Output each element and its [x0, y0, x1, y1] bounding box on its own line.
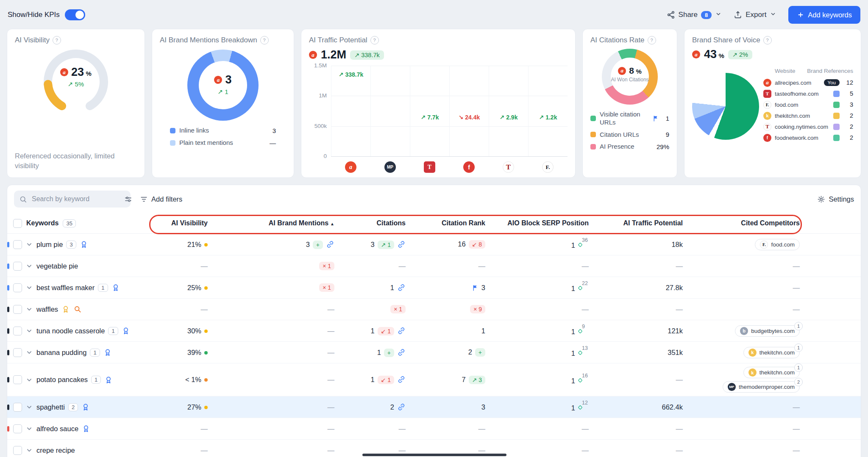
column-header[interactable]: AIO Block SERP Position [490, 219, 593, 227]
add-keywords-button[interactable]: Add keywords [788, 6, 860, 24]
expand-chevron-icon[interactable] [25, 349, 33, 356]
medal-icon [80, 240, 88, 249]
cell-value: 1 [571, 285, 575, 292]
row-checkbox[interactable] [13, 403, 22, 412]
help-icon[interactable]: ? [648, 36, 656, 44]
link-icon[interactable] [326, 240, 334, 249]
cell-value: 30% [187, 327, 201, 335]
cited-competitors-cell: F.food.com [687, 235, 804, 254]
help-icon[interactable]: ? [53, 36, 61, 44]
competitors-cell: — [687, 262, 804, 270]
table-row[interactable]: banana pudding 1 39%—1+2+113351kkthekitc… [7, 342, 861, 363]
expand-chevron-icon[interactable] [25, 284, 33, 291]
sov-site: tasteofhome.com [775, 91, 830, 97]
keyword-name[interactable]: crepe recipe [36, 446, 75, 454]
expand-chevron-icon[interactable] [25, 403, 33, 411]
sliders-icon[interactable] [124, 195, 132, 203]
y-tick-label: 500k [314, 123, 327, 129]
link-icon[interactable] [397, 240, 406, 249]
table-row[interactable]: best waffles maker 1 25%× 11312227.8k— [7, 277, 861, 299]
share-menu[interactable]: Share 8 [667, 11, 722, 19]
keyword-name[interactable]: potato pancakes [36, 376, 88, 384]
competitor-chip[interactable]: kthekitchn.com1 [743, 347, 800, 358]
mentions-cell: — [212, 403, 339, 411]
add-filters-button[interactable]: Add filters [140, 195, 182, 203]
help-icon[interactable]: ? [763, 36, 772, 44]
select-all-checkbox[interactable] [13, 219, 22, 228]
competitor-chip[interactable]: bbudgetbytes.com1 [735, 325, 800, 337]
legend-value: 29% [657, 143, 669, 150]
horizontal-scrollbar-thumb[interactable] [362, 454, 506, 456]
link-icon[interactable] [397, 327, 406, 335]
sov-row: F. food.com 3 [763, 99, 853, 110]
column-header[interactable]: Citation Rank [410, 219, 490, 227]
competitor-chip[interactable]: MPthemodernproper.com2 [723, 381, 800, 393]
keyword-name[interactable]: tuna noodle casserole [36, 327, 105, 335]
keyword-name[interactable]: spaghetti [36, 403, 65, 411]
row-checkbox[interactable] [13, 262, 22, 271]
expand-chevron-icon[interactable] [25, 241, 33, 248]
row-checkbox[interactable] [13, 283, 22, 292]
export-menu[interactable]: Export [734, 11, 776, 19]
cell-value: 7 [462, 376, 465, 383]
rank-cell: 16↙ 8 [410, 240, 490, 249]
row-checkbox[interactable] [13, 424, 22, 433]
help-icon[interactable]: ? [260, 36, 269, 44]
traffic-cell: — [593, 425, 687, 433]
sov-site: foodnetwork.com [775, 135, 830, 141]
sov-color-chip [833, 124, 840, 130]
expand-chevron-icon[interactable] [25, 425, 33, 432]
keyword-name[interactable]: banana pudding [36, 349, 86, 357]
table-row[interactable]: alfredo sauce ——————— [7, 418, 861, 440]
expand-chevron-icon[interactable] [25, 305, 33, 313]
legend-label: Inline links [179, 127, 269, 135]
keyword-name[interactable]: alfredo sauce [36, 425, 78, 433]
status-dot [204, 351, 208, 355]
expand-chevron-icon[interactable] [25, 327, 33, 335]
mentions-value: 3 [225, 73, 231, 86]
traffic-chart-group: 338.7k [331, 66, 370, 156]
competitor-chip[interactable]: kthekitchn.com1 [743, 367, 800, 378]
expand-chevron-icon[interactable] [25, 446, 33, 454]
keyword-name[interactable]: waffles [36, 305, 58, 313]
expand-chevron-icon[interactable] [25, 262, 33, 270]
medal-icon [61, 305, 70, 313]
link-icon[interactable] [397, 403, 406, 411]
medal-icon [103, 348, 112, 357]
table-row[interactable]: potato pancakes 1 < 1%—1↙ 17↗ 3116—kthek… [7, 363, 861, 396]
column-header[interactable]: AI Traffic Potential [593, 219, 687, 227]
help-icon[interactable]: ? [370, 36, 379, 44]
search-input[interactable] [31, 195, 120, 203]
link-icon[interactable] [397, 283, 406, 292]
medal-icon [111, 283, 120, 292]
row-checkbox[interactable] [13, 348, 22, 357]
column-header[interactable]: Citations [339, 219, 410, 227]
link-icon[interactable] [397, 375, 406, 384]
kpi-toggle[interactable] [65, 9, 85, 20]
row-checkbox[interactable] [13, 446, 22, 455]
settings-button[interactable]: Settings [817, 195, 854, 203]
row-checkbox[interactable] [13, 305, 22, 314]
row-checkbox[interactable] [13, 327, 22, 335]
competitor-chip[interactable]: F.food.com [755, 239, 800, 250]
keyword-name[interactable]: best waffles maker [36, 284, 95, 292]
link-icon[interactable] [397, 348, 406, 357]
traffic-cell: — [593, 305, 687, 313]
cell-value: 1 [481, 327, 485, 335]
change-badge: ↙ 1 [378, 327, 394, 335]
expand-chevron-icon[interactable] [25, 376, 33, 384]
column-header[interactable]: AI Brand Mentions▲ [212, 219, 339, 227]
column-header[interactable]: AI Visibility [153, 219, 212, 227]
column-header[interactable]: Cited Competitors [687, 219, 804, 227]
table-row[interactable]: spaghetti 2 27%—23112662.4k— [7, 396, 861, 418]
row-checkbox[interactable] [13, 375, 22, 384]
row-checkbox[interactable] [13, 240, 22, 249]
keyword-search[interactable] [14, 191, 131, 208]
keyword-name[interactable]: vegetable pie [36, 262, 78, 270]
table-row[interactable]: vegetable pie —× 1————— [7, 255, 861, 277]
table-row[interactable]: waffles ——× 1× 9——— [7, 299, 861, 320]
keyword-name[interactable]: plum pie [36, 241, 63, 249]
cell-value: 3 [306, 241, 310, 248]
table-row[interactable]: tuna noodle casserole 1 30%—1↙ 1119121kb… [7, 320, 861, 342]
table-row[interactable]: plum pie 3 21%3+3↗ 116↙ 813618kF.food.co… [7, 234, 861, 255]
